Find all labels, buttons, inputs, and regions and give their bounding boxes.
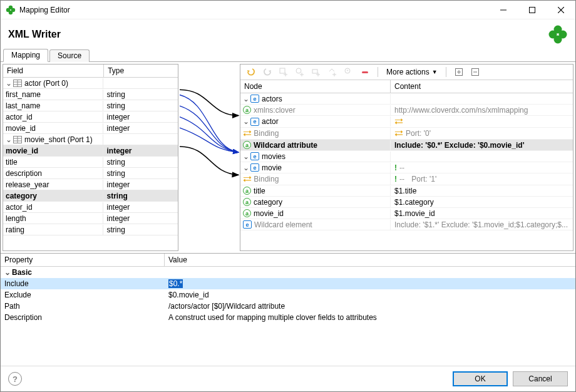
- nodes-header-content[interactable]: Content: [391, 80, 573, 93]
- redo-button: [262, 66, 273, 78]
- fields-pane: Field Type ⌄ actor (Port 0) first_namest…: [3, 64, 178, 251]
- expand-all-button[interactable]: [453, 66, 465, 78]
- field-row[interactable]: categorystring: [3, 190, 178, 202]
- binding-icon: ⮂: [394, 116, 403, 126]
- field-row[interactable]: descriptionstring: [3, 168, 178, 179]
- field-row[interactable]: movie_idinteger: [3, 145, 178, 157]
- field-name: last_name: [3, 101, 103, 111]
- group-label: Basic: [12, 268, 32, 277]
- toolbar: * More actions▼: [240, 64, 573, 80]
- element-icon: e: [250, 163, 259, 172]
- chevron-down-icon[interactable]: ⌄: [243, 117, 249, 126]
- mapping-arrows: [178, 64, 240, 251]
- node-row[interactable]: ⌄emovie!--: [240, 162, 573, 173]
- more-actions-menu[interactable]: More actions▼: [385, 67, 439, 77]
- port-row[interactable]: ⌄ actor (Port 0): [3, 78, 178, 89]
- tab-source[interactable]: Source: [49, 49, 90, 62]
- help-button[interactable]: ?: [8, 372, 22, 386]
- field-row[interactable]: lengthinteger: [3, 213, 178, 224]
- property-group[interactable]: ⌄Basic: [1, 267, 575, 278]
- node-row[interactable]: ⌄eactor⮂: [240, 116, 573, 128]
- field-type: string: [103, 225, 178, 235]
- collapse-all-button[interactable]: [470, 66, 481, 78]
- property-row[interactable]: Exclude$0.movie_id: [1, 289, 575, 301]
- field-row[interactable]: titlestring: [3, 157, 178, 168]
- field-row[interactable]: first_namestring: [3, 89, 178, 100]
- node-row[interactable]: eWildcard elementInclude: '$1.*' Exclude…: [240, 219, 573, 230]
- node-value: $1.title: [391, 186, 573, 196]
- footer: ? OK Cancel: [1, 366, 575, 391]
- chevron-down-icon[interactable]: ⌄: [6, 79, 12, 88]
- cancel-button[interactable]: Cancel: [513, 371, 568, 386]
- tab-mapping[interactable]: Mapping: [3, 49, 48, 62]
- field-row[interactable]: release_yearinteger: [3, 179, 178, 190]
- property-value[interactable]: $0.*: [168, 279, 183, 288]
- node-row[interactable]: ⌄emovies: [240, 151, 573, 162]
- properties-header: Property Value: [1, 254, 575, 267]
- element-icon: e: [243, 220, 252, 229]
- property-value[interactable]: $0.movie_id: [165, 290, 575, 300]
- field-type: string: [103, 157, 178, 167]
- field-row[interactable]: actor_idinteger: [3, 202, 178, 213]
- port-label: actor (Port 0): [24, 79, 68, 88]
- node-row[interactable]: ⮂ Binding!-- Port: '1': [240, 173, 573, 185]
- field-row[interactable]: actor_idinteger: [3, 111, 178, 123]
- nodes-header-node[interactable]: Node: [240, 80, 391, 93]
- field-row[interactable]: movie_idinteger: [3, 123, 178, 134]
- node-label: Binding: [254, 175, 279, 183]
- chevron-down-icon[interactable]: ⌄: [243, 95, 249, 103]
- field-name: rating: [3, 225, 103, 235]
- node-label: movie_id: [254, 209, 284, 218]
- node-row[interactable]: ⮂ Binding⮂Port: '0': [240, 128, 573, 140]
- fields-tree[interactable]: ⌄ actor (Port 0) first_namestring last_n…: [3, 78, 178, 250]
- svg-rect-5: [530, 7, 535, 13]
- table-icon: [13, 80, 22, 87]
- field-name: movie_id: [3, 146, 103, 156]
- properties-header-value[interactable]: Value: [165, 254, 575, 266]
- fields-header-field[interactable]: Field: [3, 64, 104, 77]
- field-name: actor_id: [3, 202, 103, 212]
- node-row[interactable]: acategory$1.category: [240, 197, 573, 208]
- node-label: actors: [262, 95, 282, 103]
- chevron-down-icon[interactable]: ⌄: [4, 268, 11, 277]
- property-row[interactable]: Path/actors/actor [$0]/Wildcard attribut…: [1, 301, 575, 312]
- field-type: integer: [103, 180, 178, 190]
- node-label: xmlns:clover: [254, 106, 296, 115]
- property-value[interactable]: /actors/actor [$0]/Wildcard attribute: [165, 301, 575, 311]
- node-row[interactable]: ⌄eactors: [240, 93, 573, 105]
- node-value: Port: '0': [406, 129, 431, 138]
- svg-point-23: [296, 68, 301, 73]
- node-row[interactable]: axmlns:cloverhttp://www.cloverdx.com/ns/…: [240, 105, 573, 116]
- minimize-button[interactable]: [489, 1, 518, 19]
- svg-text:*: *: [346, 68, 348, 74]
- remove-button[interactable]: [359, 66, 371, 78]
- add-attr-button: [294, 66, 306, 78]
- svg-rect-33: [362, 71, 368, 73]
- chevron-down-icon[interactable]: ⌄: [243, 163, 249, 172]
- node-row[interactable]: aWildcard attributeInclude: '$0.*' Exclu…: [240, 140, 573, 151]
- titlebar: Mapping Editor: [1, 1, 575, 19]
- property-row[interactable]: Include$0.*: [1, 278, 575, 289]
- property-key: Exclude: [1, 290, 165, 300]
- nodes-tree[interactable]: ⌄eactors axmlns:cloverhttp://www.cloverd…: [240, 93, 573, 250]
- chevron-down-icon[interactable]: ⌄: [6, 135, 12, 144]
- port-row[interactable]: ⌄ movie_short (Port 1): [3, 134, 178, 145]
- property-key: Include: [1, 279, 165, 289]
- property-row[interactable]: DescriptionA construct used for mapping …: [1, 312, 575, 323]
- node-row[interactable]: amovie_id$1.movie_id: [240, 208, 573, 219]
- node-row[interactable]: atitle$1.title: [240, 185, 573, 197]
- undo-button[interactable]: [245, 66, 257, 78]
- properties-pane: Property Value ⌄Basic Include$0.* Exclud…: [1, 253, 575, 366]
- chevron-down-icon[interactable]: ⌄: [243, 152, 249, 161]
- ok-button[interactable]: OK: [453, 371, 508, 386]
- properties-header-property[interactable]: Property: [1, 254, 165, 266]
- maximize-button[interactable]: [518, 1, 547, 19]
- field-row[interactable]: ratingstring: [3, 224, 178, 235]
- chevron-down-icon: ▼: [432, 69, 438, 75]
- node-value: Port: '1': [411, 175, 436, 183]
- property-value[interactable]: A construct used for mapping multiple cl…: [165, 312, 575, 322]
- field-row[interactable]: last_namestring: [3, 100, 178, 111]
- warning-icon: !: [394, 163, 397, 172]
- close-button[interactable]: [547, 1, 575, 19]
- fields-header-type[interactable]: Type: [104, 64, 178, 77]
